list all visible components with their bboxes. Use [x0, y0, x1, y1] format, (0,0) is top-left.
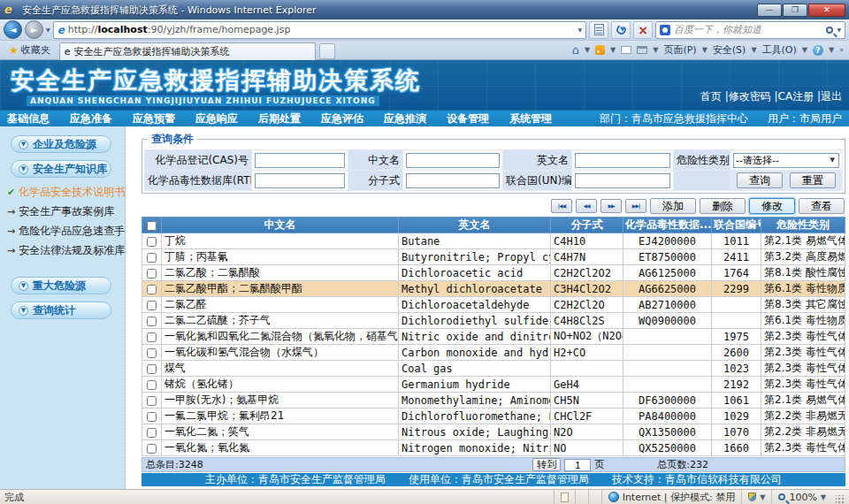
- nav-item[interactable]: 设备管理: [447, 111, 489, 126]
- nav-item[interactable]: 应急评估: [321, 111, 363, 126]
- sidebar-group[interactable]: ▼重大危险源: [11, 277, 111, 294]
- table-row[interactable]: 二氯乙酸；二氯醋酸Dichloroacetic acidC2H2Cl2O2AG6…: [142, 265, 845, 281]
- table-row[interactable]: 一氧化二氮；笑气Nitrous oxide; Laughing gasN2OQX…: [142, 424, 845, 440]
- history-dropdown-icon[interactable]: ▼: [46, 27, 50, 33]
- refresh-button[interactable]: [611, 21, 631, 39]
- safety-menu-dropdown-icon[interactable]: ▼: [751, 46, 756, 54]
- tools-menu[interactable]: 工具(O): [762, 43, 797, 57]
- more-commands-icon[interactable]: »: [839, 46, 844, 54]
- maximize-button[interactable]: ❐: [783, 4, 807, 17]
- nav-item[interactable]: 应急响应: [195, 111, 238, 126]
- column-header[interactable]: 联合国编号: [712, 218, 761, 233]
- add-button[interactable]: 添加: [650, 198, 696, 214]
- column-header[interactable]: 中文名: [162, 218, 399, 233]
- tools-menu-dropdown-icon[interactable]: ▼: [802, 46, 807, 54]
- row-checkbox[interactable]: [147, 364, 157, 374]
- nav-item[interactable]: 应急预警: [133, 111, 175, 126]
- zoom-panel[interactable]: 100% ▼: [771, 490, 832, 504]
- search-dropdown-icon[interactable]: ▼: [837, 27, 841, 33]
- column-header[interactable]: 分子式: [551, 218, 623, 233]
- nav-item[interactable]: 后期处置: [258, 111, 301, 126]
- sidebar-item[interactable]: →安全法律法规及标准库: [7, 243, 125, 258]
- nav-item[interactable]: 基础信息: [7, 111, 50, 126]
- page-menu[interactable]: 页面(P): [663, 43, 696, 57]
- row-checkbox[interactable]: [147, 317, 157, 326]
- url-field[interactable]: e http://localhost:90/yjzh/frame/homepag…: [53, 21, 586, 39]
- table-row[interactable]: 一氧化氮和四氧化二氮混合物（氮氧化物，硝基气，氧化氮气体）Nitric oxid…: [142, 329, 845, 345]
- stop-button[interactable]: ×: [633, 21, 653, 39]
- header-link[interactable]: CA注册: [778, 90, 815, 103]
- en-name-input[interactable]: [575, 153, 670, 168]
- row-checkbox[interactable]: [147, 253, 157, 263]
- home-icon[interactable]: ⌂: [572, 43, 579, 57]
- help-icon[interactable]: ?: [813, 45, 823, 56]
- new-tab-button[interactable]: [319, 43, 335, 59]
- header-link[interactable]: 修改密码: [729, 90, 771, 103]
- row-checkbox[interactable]: [147, 285, 157, 294]
- close-button[interactable]: ✕: [808, 4, 845, 17]
- row-checkbox[interactable]: [147, 444, 157, 454]
- goto-page-button[interactable]: 转到: [532, 458, 561, 471]
- browser-tab[interactable]: e 安全生产应急救援指挥辅助决策系统: [59, 42, 316, 60]
- table-row[interactable]: 二氯乙酸甲酯；二氯醋酸甲酯Methyl dichloroacetateC3H4C…: [142, 281, 845, 297]
- minimize-button[interactable]: —: [757, 4, 782, 17]
- read-mail-icon[interactable]: [621, 46, 631, 54]
- search-box[interactable]: 百度一下，你就知道 ▼: [655, 21, 845, 39]
- row-checkbox[interactable]: [147, 428, 157, 438]
- home-dropdown-icon[interactable]: ▼: [585, 46, 590, 54]
- reset-button[interactable]: 重置: [790, 172, 836, 188]
- prev-page-button[interactable]: ◀◀: [576, 199, 597, 213]
- hazard-class-select[interactable]: --请选择-- ▼: [733, 153, 839, 168]
- sidebar-group[interactable]: ▼企业及危险源: [11, 135, 111, 153]
- row-checkbox[interactable]: [147, 348, 157, 358]
- row-checkbox[interactable]: [147, 412, 157, 422]
- cas-input[interactable]: [255, 153, 345, 168]
- back-button[interactable]: ◄: [4, 20, 22, 39]
- table-row[interactable]: 二氯乙醛DichloroacetaldehydeC2H2Cl2OAB271000…: [142, 297, 845, 313]
- header-link[interactable]: 退出: [821, 90, 842, 103]
- first-page-button[interactable]: |◀◀: [551, 199, 572, 213]
- rtecs-input[interactable]: [255, 173, 345, 188]
- table-row[interactable]: 一甲胺(无水)；氨基甲烷Monomethylamine; Aminomethan…: [142, 393, 845, 409]
- help-dropdown-icon[interactable]: ▼: [829, 46, 834, 54]
- table-row[interactable]: 煤气Coal gas1023第2.3类 毒性气体: [142, 361, 845, 377]
- row-checkbox[interactable]: [147, 332, 157, 342]
- cn-name-input[interactable]: [406, 153, 500, 168]
- nav-item[interactable]: 应急推演: [384, 111, 426, 126]
- row-checkbox[interactable]: [147, 301, 157, 310]
- next-page-button[interactable]: ▶▶: [600, 199, 622, 213]
- edit-button[interactable]: 修改: [749, 198, 795, 214]
- sidebar-item[interactable]: ✔化学品安全技术说明书: [7, 185, 125, 200]
- last-page-button[interactable]: ▶▶|: [625, 199, 646, 213]
- row-checkbox[interactable]: [147, 380, 157, 390]
- feeds-icon[interactable]: [595, 45, 605, 55]
- delete-button[interactable]: 删除: [700, 198, 746, 214]
- row-checkbox[interactable]: [147, 237, 157, 247]
- table-row[interactable]: 丁烷ButaneC4H10EJ42000001011第2.1类 易燃气体: [142, 233, 845, 249]
- nav-item[interactable]: 应急准备: [70, 111, 112, 126]
- select-all-checkbox[interactable]: [147, 221, 157, 231]
- feeds-dropdown-icon[interactable]: ▼: [610, 46, 616, 54]
- url-dropdown-icon[interactable]: ▼: [577, 27, 582, 33]
- column-header[interactable]: 化学品毒性数据...: [623, 218, 712, 233]
- print-icon[interactable]: [637, 46, 647, 54]
- compatibility-view-button[interactable]: [589, 21, 608, 39]
- un-number-input[interactable]: [575, 173, 670, 188]
- page-menu-dropdown-icon[interactable]: ▼: [702, 46, 708, 54]
- row-checkbox[interactable]: [147, 269, 157, 279]
- nav-item[interactable]: 系统管理: [509, 111, 552, 126]
- sidebar-item[interactable]: →危险化学品应急速查手...: [7, 224, 125, 239]
- table-row[interactable]: 一氧化氮；氧化氮Nitrogen monoxide; Nitric oxideN…: [142, 440, 845, 456]
- protected-mode-panel[interactable]: ▼: [741, 490, 771, 504]
- sidebar-group[interactable]: ▼安全生产知识库: [11, 160, 111, 178]
- favorites-button[interactable]: ★ 收藏夹: [4, 42, 56, 58]
- header-link[interactable]: 首页: [700, 90, 722, 103]
- resize-grip[interactable]: [836, 495, 845, 504]
- search-button[interactable]: 查询: [737, 172, 783, 188]
- search-icon[interactable]: [826, 27, 833, 34]
- formula-input[interactable]: [406, 173, 500, 188]
- column-header[interactable]: 英文名: [399, 218, 551, 233]
- table-row[interactable]: 一氟二氯甲烷；氟利昂21Dichlorofluoromethane; Freon…: [142, 409, 845, 424]
- table-row[interactable]: 一氧化碳和氢气混合物（水煤气）Carbon monoxide and hydro…: [142, 345, 845, 361]
- forward-button[interactable]: ►: [25, 20, 43, 39]
